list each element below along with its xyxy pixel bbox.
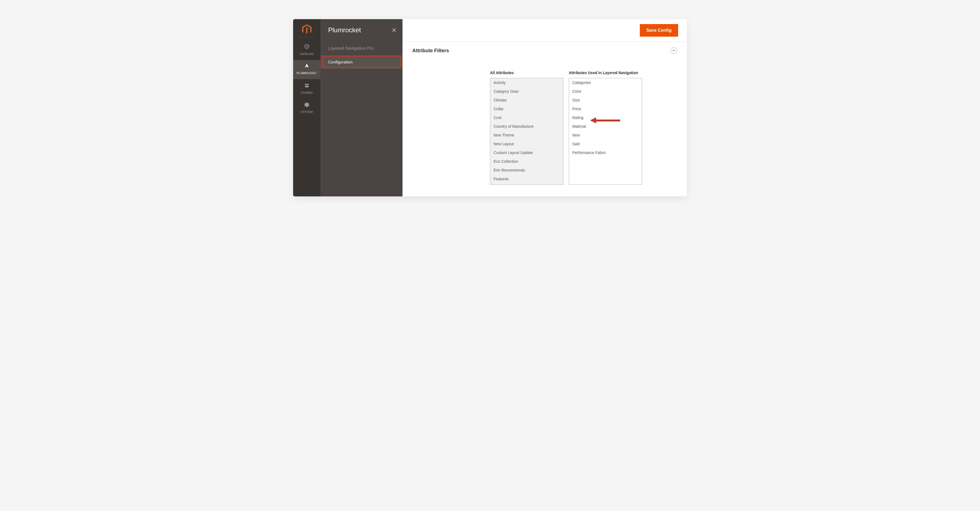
nav-label-stores: STORES	[301, 91, 313, 94]
admin-window: CATALOG PLUMROCKET STORES SYSTEM Plumroc…	[293, 19, 687, 196]
list-item[interactable]: Sale	[569, 140, 642, 148]
list-item[interactable]: Features	[490, 175, 563, 183]
list-item[interactable]: Country of Manufacture	[490, 122, 563, 131]
list-item[interactable]: Activity	[490, 78, 563, 87]
collapse-toggle[interactable]	[670, 47, 677, 54]
section-header: Attribute Filters	[412, 47, 677, 54]
nav-label-system: SYSTEM	[301, 110, 313, 113]
list-item[interactable]: Custom Layout Update	[490, 148, 563, 157]
attribute-columns: All Attributes Activity Category Gear Cl…	[490, 65, 677, 185]
list-item[interactable]: New Theme	[490, 131, 563, 140]
all-attributes-column: All Attributes Activity Category Gear Cl…	[490, 65, 563, 185]
magento-logo[interactable]	[302, 25, 312, 35]
nav-item-system[interactable]: SYSTEM	[293, 99, 320, 118]
nav-item-plumrocket[interactable]: PLUMROCKET	[293, 60, 320, 79]
admin-nav-rail: CATALOG PLUMROCKET STORES SYSTEM	[293, 19, 320, 196]
close-icon[interactable]: ✕	[391, 27, 396, 34]
list-item[interactable]: Eco Collection	[490, 157, 563, 166]
list-item[interactable]: Size	[569, 96, 642, 105]
plumrocket-icon	[293, 63, 320, 70]
content-body: Attribute Filters All Attributes Activit…	[402, 42, 687, 196]
section-title: Attribute Filters	[412, 48, 449, 54]
list-item[interactable]: Color	[569, 87, 642, 96]
stores-icon	[293, 82, 320, 89]
list-item[interactable]: Collar	[490, 105, 563, 113]
list-item[interactable]: Material	[569, 122, 642, 131]
box-icon	[293, 43, 320, 51]
flyout-panel: Plumrocket ✕ Layered Navigation Pro Conf…	[320, 19, 402, 196]
main-content: Save Config Attribute Filters All Attrib…	[402, 19, 687, 196]
list-item[interactable]: New	[569, 131, 642, 140]
page-header: Save Config	[402, 19, 687, 42]
flyout-item-configuration[interactable]: Configuration	[320, 55, 402, 68]
all-attributes-listbox[interactable]: Activity Category Gear Climate Collar Co…	[490, 78, 563, 185]
used-attributes-column: Attributes Used in Layered Navigation Ca…	[569, 65, 642, 185]
list-item[interactable]: Categories	[569, 78, 642, 87]
list-item[interactable]: Climate	[490, 96, 563, 105]
list-item[interactable]: Erin Recommends	[490, 166, 563, 175]
flyout-title: Plumrocket	[320, 26, 402, 41]
chevron-up-icon	[672, 49, 675, 53]
used-attributes-label: Attributes Used in Layered Navigation	[569, 65, 642, 76]
list-item[interactable]: Cost	[490, 113, 563, 122]
list-item[interactable]: Category Gear	[490, 87, 563, 96]
list-item[interactable]: Price	[569, 105, 642, 113]
gear-icon	[293, 102, 320, 108]
flyout-subheading[interactable]: Layered Navigation Pro	[320, 41, 402, 55]
nav-item-stores[interactable]: STORES	[293, 79, 320, 99]
list-item[interactable]: Rating	[569, 113, 642, 122]
save-config-button[interactable]: Save Config	[640, 24, 678, 37]
nav-label-plumrocket: PLUMROCKET	[297, 72, 317, 75]
nav-item-catalog[interactable]: CATALOG	[293, 40, 320, 60]
used-attributes-listbox[interactable]: Categories Color Size Price Rating Mater…	[569, 78, 642, 185]
nav-label-catalog: CATALOG	[300, 53, 313, 56]
all-attributes-label: All Attributes	[490, 65, 563, 76]
list-item[interactable]: Performance Fabric	[569, 148, 642, 157]
list-item[interactable]: New Layout	[490, 140, 563, 148]
